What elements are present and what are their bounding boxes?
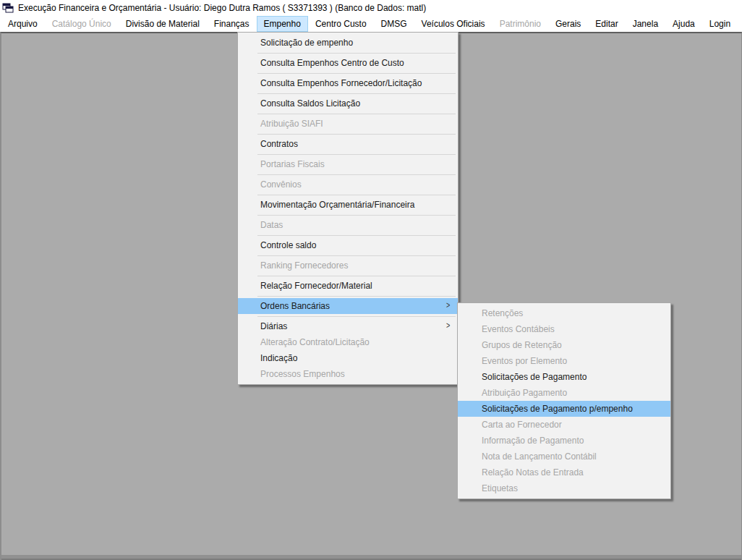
menu-item-consulta-empenhos-fornecedor-licitacao[interactable]: Consulta Empenhos Fornecedor/Licitação	[238, 75, 458, 91]
submenu-item-eventos-contabeis: Eventos Contábeis	[458, 321, 670, 337]
menu-item-label: Consulta Saldos Licitação	[260, 98, 360, 109]
submenu-item-carta-ao-fornecedor: Carta ao Fornecedor	[458, 417, 670, 433]
menu-bar: ArquivoCatálogo ÚnicoDivisão de Material…	[0, 15, 742, 32]
menubar-item-divisao-de-material[interactable]: Divisão de Material	[119, 16, 207, 32]
menu-item-indicacao[interactable]: Indicação	[238, 350, 458, 366]
menu-item-label: Informação de Pagamento	[482, 436, 584, 446]
menubar-item-dmsg[interactable]: DMSG	[374, 16, 414, 32]
menubar-item-catalogo-unico: Catálogo Único	[45, 16, 119, 32]
window-title: Execução Financeira e Orçamentária - Usu…	[18, 3, 426, 13]
menu-item-label: Controle saldo	[260, 240, 316, 250]
menu-item-label: Eventos por Elemento	[482, 356, 567, 366]
menu-item-atribuicao-siafi: Atribuição SIAFI	[238, 116, 458, 132]
menubar-item-gerais[interactable]: Gerais	[548, 16, 588, 32]
menu-item-label: Atribuição Pagamento	[482, 388, 567, 398]
menu-item-label: Consulta Empenhos Centro de Custo	[260, 58, 404, 68]
menu-item-label: Etiquetas	[482, 483, 518, 493]
menu-item-label: Retenções	[482, 308, 523, 318]
menu-item-label: Carta ao Fornecedor	[482, 420, 562, 430]
menu-item-label: Ordens Bancárias	[260, 301, 330, 311]
menu-separator	[257, 215, 456, 216]
menu-separator	[257, 73, 456, 74]
menu-item-diarias[interactable]: Diárias>	[238, 318, 458, 334]
menu-separator	[257, 316, 456, 317]
submenu-item-retencoes: Retenções	[458, 305, 670, 321]
menubar-item-veiculos-oficiais[interactable]: Veículos Oficiais	[414, 16, 492, 32]
menu-item-label: Alteração Contrato/Licitação	[260, 337, 370, 347]
menu-item-controle-saldo[interactable]: Controle saldo	[238, 237, 458, 253]
submenu-item-nota-de-lancamento-contabil: Nota de Lançamento Contábil	[458, 449, 670, 464]
menu-item-label: Processos Empenhos	[260, 369, 345, 379]
menu-separator	[257, 114, 456, 114]
menu-item-contratos[interactable]: Contratos	[238, 136, 458, 152]
menu-item-consulta-saldos-licitacao[interactable]: Consulta Saldos Licitação	[238, 96, 458, 111]
menubar-item-login[interactable]: Login	[702, 16, 738, 32]
submenu-item-relacao-notas-de-entrada: Relação Notas de Entrada	[458, 464, 670, 480]
menu-separator	[257, 195, 456, 195]
menu-item-label: Ranking Fornecedores	[260, 260, 348, 271]
menu-item-movimentacao-orcamentaria-financeira[interactable]: Movimentação Orçamentária/Financeira	[238, 197, 458, 213]
menu-item-label: Convênios	[260, 179, 302, 190]
menu-separator	[257, 154, 456, 155]
menu-item-relacao-fornecedor-material[interactable]: Relação Fornecedor/Material	[238, 278, 458, 294]
menu-item-label: Indicação	[260, 353, 297, 363]
submenu-item-solicitacoes-de-pagamento-p-empenho[interactable]: Solicitações de Pagamento p/empenho	[458, 401, 670, 417]
menu-item-label: Contratos	[260, 139, 298, 149]
submenu-item-etiquetas: Etiquetas	[458, 480, 670, 496]
menu-separator	[257, 255, 456, 256]
submenu-item-solicitacoes-de-pagamento[interactable]: Solicitações de Pagamento	[458, 369, 670, 385]
menu-item-label: Solicitações de Pagamento	[482, 372, 587, 382]
empenho-dropdown-menu: Solicitação de empenhoConsulta Empenhos …	[237, 32, 459, 385]
menu-separator	[257, 235, 456, 236]
menu-separator	[257, 93, 456, 94]
menu-item-label: Eventos Contábeis	[482, 324, 555, 334]
menu-item-ordens-bancarias[interactable]: Ordens Bancárias>	[238, 298, 458, 314]
menu-item-ranking-fornecedores: Ranking Fornecedores	[238, 258, 458, 273]
menu-item-label: Solicitação de empenho	[260, 38, 353, 48]
menubar-item-centro-custo[interactable]: Centro Custo	[308, 16, 374, 32]
menubar-item-arquivo[interactable]: Arquivo	[1, 16, 45, 32]
menu-item-label: Solicitações de Pagamento p/empenho	[482, 404, 633, 414]
submenu-item-informacao-de-pagamento: Informação de Pagamento	[458, 433, 670, 449]
title-bar: Execução Financeira e Orçamentária - Usu…	[0, 0, 742, 15]
cascade-windows-icon	[2, 2, 14, 14]
menu-item-label: Movimentação Orçamentária/Financeira	[260, 200, 414, 210]
menu-separator	[257, 53, 456, 54]
submenu-item-grupos-de-retencao: Grupos de Retenção	[458, 337, 670, 353]
menu-item-convenios: Convênios	[238, 177, 458, 192]
menu-separator	[257, 134, 456, 135]
menu-item-label: Datas	[260, 220, 283, 230]
menu-separator	[257, 174, 456, 175]
menu-item-label: Consulta Empenhos Fornecedor/Licitação	[260, 78, 422, 88]
submenu-item-eventos-por-elemento: Eventos por Elemento	[458, 353, 670, 369]
ordens-bancarias-submenu: RetençõesEventos ContábeisGrupos de Rete…	[457, 302, 671, 499]
menu-item-datas: Datas	[238, 217, 458, 233]
menu-item-portarias-fiscais: Portarias Fiscais	[238, 156, 458, 172]
menu-item-label: Diárias	[260, 321, 287, 331]
menu-separator	[257, 296, 456, 297]
menubar-item-empenho[interactable]: Empenho	[257, 16, 308, 32]
menu-item-label: Relação Notas de Entrada	[482, 467, 584, 478]
menu-item-solicitacao-de-empenho[interactable]: Solicitação de empenho	[238, 35, 458, 51]
menubar-item-editar[interactable]: Editar	[588, 16, 625, 32]
menu-item-consulta-empenhos-centro-de-custo[interactable]: Consulta Empenhos Centro de Custo	[238, 55, 458, 71]
submenu-item-atribuicao-pagamento: Atribuição Pagamento	[458, 385, 670, 401]
menu-item-label: Nota de Lançamento Contábil	[482, 451, 597, 462]
submenu-arrow-icon: >	[446, 318, 450, 334]
menu-item-alteracao-contrato-licitacao: Alteração Contrato/Licitação	[238, 334, 458, 350]
menubar-item-financas[interactable]: Finanças	[207, 16, 257, 32]
menu-item-processos-empenhos: Processos Empenhos	[238, 366, 458, 382]
menu-item-label: Portarias Fiscais	[260, 159, 325, 169]
menubar-item-patrimonio: Patrimônio	[492, 16, 548, 32]
menubar-item-ajuda[interactable]: Ajuda	[665, 16, 702, 32]
menubar-item-janela[interactable]: Janela	[626, 16, 665, 32]
menu-item-label: Relação Fornecedor/Material	[260, 281, 372, 291]
menu-item-label: Grupos de Retenção	[482, 340, 562, 350]
menu-item-label: Atribuição SIAFI	[260, 119, 323, 129]
submenu-arrow-icon: >	[446, 298, 450, 314]
menu-separator	[257, 276, 456, 276]
